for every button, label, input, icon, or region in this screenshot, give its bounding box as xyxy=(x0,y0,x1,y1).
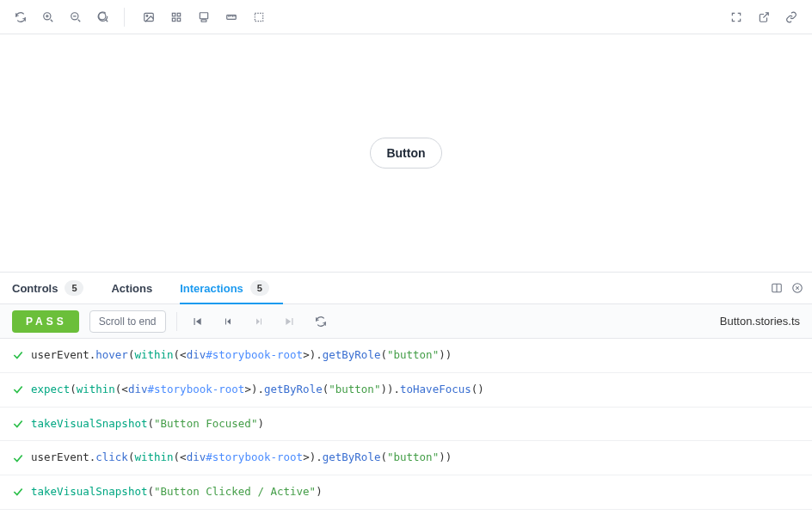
interaction-code: userEvent.click(within(<div#storybook-ro… xyxy=(31,450,452,466)
pass-check-icon xyxy=(12,418,24,430)
interactions-list: userEvent.hover(within(<div#storybook-ro… xyxy=(0,339,812,521)
pass-check-icon xyxy=(12,349,24,361)
tab-actions[interactable]: Actions xyxy=(111,273,166,303)
pass-check-icon xyxy=(12,452,24,464)
open-new-tab-icon[interactable] xyxy=(752,5,776,29)
interaction-code: takeVisualSnapshot("Button Focused") xyxy=(31,416,264,432)
story-canvas: Button xyxy=(0,34,812,272)
story-button[interactable]: Button xyxy=(370,138,441,169)
viewport-icon[interactable] xyxy=(192,5,216,29)
interaction-code: expect(within(<div#storybook-root>).getB… xyxy=(31,382,484,398)
svg-rect-10 xyxy=(201,19,206,21)
goto-start-icon[interactable] xyxy=(188,312,206,331)
tab-controls[interactable]: Controls 5 xyxy=(12,273,97,303)
close-panel-icon[interactable] xyxy=(791,282,803,294)
tab-interactions[interactable]: Interactions 5 xyxy=(180,273,283,303)
svg-rect-8 xyxy=(177,18,181,21)
refresh-icon[interactable] xyxy=(9,5,33,29)
replay-icon[interactable] xyxy=(311,312,330,331)
canvas-toolbar xyxy=(0,0,812,34)
story-filename: Button.stories.ts xyxy=(720,315,800,328)
svg-rect-5 xyxy=(172,13,175,16)
grid-icon[interactable] xyxy=(164,5,188,29)
svg-rect-9 xyxy=(200,12,207,18)
goto-end-icon[interactable] xyxy=(280,312,299,331)
tab-badge: 5 xyxy=(65,280,83,296)
svg-point-4 xyxy=(146,15,148,16)
measure-icon[interactable] xyxy=(219,5,243,29)
divider xyxy=(176,312,177,331)
tab-label: Interactions xyxy=(180,282,243,295)
status-pass-badge: PASS xyxy=(12,310,79,333)
outline-icon[interactable] xyxy=(247,5,271,29)
interaction-code: userEvent.hover(within(<div#storybook-ro… xyxy=(31,347,452,364)
svg-rect-7 xyxy=(172,18,175,21)
svg-rect-6 xyxy=(177,13,181,16)
pass-check-icon xyxy=(12,383,24,395)
interaction-row[interactable]: takeVisualSnapshot("Button Focused") xyxy=(0,408,812,442)
link-icon[interactable] xyxy=(779,5,803,29)
step-forward-icon[interactable] xyxy=(249,312,268,331)
scroll-to-end-button[interactable]: Scroll to end xyxy=(89,310,166,333)
step-back-icon[interactable] xyxy=(218,312,237,331)
zoom-in-icon[interactable] xyxy=(36,5,60,29)
zoom-out-icon[interactable] xyxy=(64,5,88,29)
zoom-reset-icon[interactable] xyxy=(91,5,115,29)
sidebar-toggle-icon[interactable] xyxy=(771,282,783,294)
tab-label: Controls xyxy=(12,282,58,295)
image-icon[interactable] xyxy=(137,5,161,29)
tab-label: Actions xyxy=(111,282,152,295)
addons-tabbar: Controls 5 Actions Interactions 5 xyxy=(0,272,812,304)
interaction-row[interactable]: userEvent.hover(within(<div#storybook-ro… xyxy=(0,339,812,373)
interactions-player xyxy=(188,312,330,331)
interactions-controls: PASS Scroll to end Button.stories.ts xyxy=(0,304,812,339)
interaction-row[interactable]: takeVisualSnapshot("Button Clicked / Act… xyxy=(0,475,812,510)
interaction-code: takeVisualSnapshot("Button Clicked / Act… xyxy=(31,484,323,500)
toolbar-separator xyxy=(124,8,125,27)
pass-check-icon xyxy=(12,486,24,498)
svg-rect-12 xyxy=(255,13,262,21)
tab-badge: 5 xyxy=(250,280,269,296)
interaction-row[interactable]: userEvent.click(within(<div#storybook-ro… xyxy=(0,441,812,475)
interaction-row[interactable]: expect(within(<div#storybook-root>).getB… xyxy=(0,373,812,408)
fullscreen-icon[interactable] xyxy=(724,5,748,29)
